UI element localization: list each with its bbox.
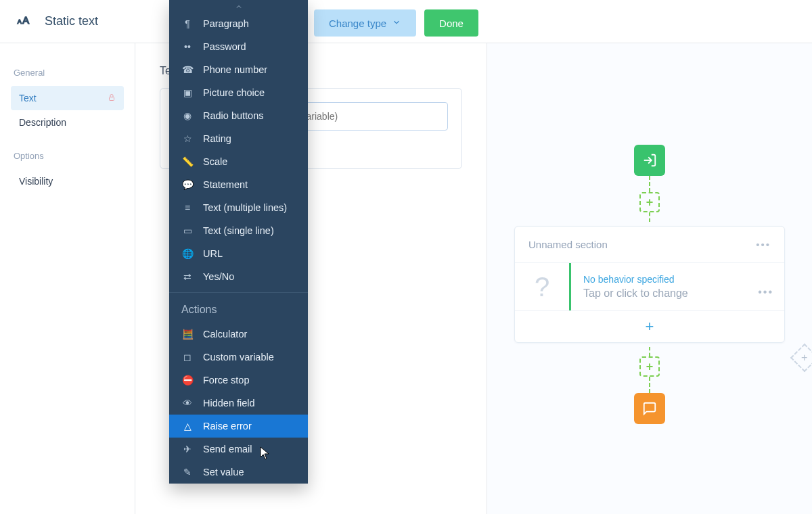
flow-card-body[interactable]: ? No behavior specified Tap or click to … xyxy=(515,263,784,310)
dropdown-item-paragraph[interactable]: ¶Paragraph xyxy=(169,12,308,35)
dropdown-item-raise-error[interactable]: △Raise error xyxy=(169,415,308,438)
dropdown-item-phone-number[interactable]: ☎Phone number xyxy=(169,58,308,81)
dropdown-item-label: Set value xyxy=(203,467,244,477)
dropdown-item-label: Text (single line) xyxy=(203,225,274,236)
flow-section-title: Unnamed section xyxy=(528,239,608,250)
done-label: Done xyxy=(439,18,464,29)
sidebar-item-description[interactable]: Description xyxy=(11,110,124,135)
settings-sidebar: General Text Description Options Visibil… xyxy=(0,43,135,514)
dropdown-item-url[interactable]: 🌐URL xyxy=(169,242,308,265)
singleline-icon: ▭ xyxy=(181,225,194,236)
dropdown-item-custom-variable[interactable]: ◻Custom variable xyxy=(169,346,308,369)
flow-behavior-hint: Tap or click to change xyxy=(583,287,772,300)
dropdown-item-calculator[interactable]: 🧮Calculator xyxy=(169,323,308,346)
dropdown-item-label: Scale xyxy=(203,156,227,167)
sidebar-group-options: Options xyxy=(14,151,121,161)
star-icon: ☆ xyxy=(181,133,194,144)
flow-connector xyxy=(649,212,650,222)
sidebar-item-label: Description xyxy=(19,117,66,128)
stop-icon: ⛔ xyxy=(181,375,194,386)
dropdown-item-statement[interactable]: 💬Statement xyxy=(169,173,308,196)
dropdown-actions-title: Actions xyxy=(169,292,308,323)
flow-connector xyxy=(649,347,650,356)
dropdown-item-hidden-field[interactable]: 👁Hidden field xyxy=(169,392,308,415)
send-icon: ✈ xyxy=(181,444,194,454)
dropdown-item-rating[interactable]: ☆Rating xyxy=(169,127,308,150)
dropdown-item-password[interactable]: ••Password xyxy=(169,35,308,58)
scroll-up-icon[interactable] xyxy=(169,0,308,12)
url-icon: 🌐 xyxy=(181,248,194,259)
flow-connector xyxy=(649,176,650,192)
svg-text:A: A xyxy=(22,14,29,25)
tag-icon: ◻ xyxy=(181,352,194,363)
scale-icon: 📏 xyxy=(181,156,194,167)
lock-icon xyxy=(108,93,116,103)
flow-add-after[interactable]: + xyxy=(639,356,660,377)
dropdown-item-send-email[interactable]: ✈Send email xyxy=(169,438,308,461)
flow-start-node[interactable] xyxy=(634,145,665,176)
header-action-buttons: Change type Done xyxy=(314,9,478,37)
dropdown-item-label: Raise error xyxy=(203,421,252,431)
dropdown-item-label: Text (multiple lines) xyxy=(203,202,287,213)
dropdown-item-text-multiple-lines-[interactable]: ≡Text (multiple lines) xyxy=(169,196,308,219)
svg-text:A: A xyxy=(18,18,22,24)
chevron-down-icon xyxy=(392,18,401,29)
more-icon[interactable]: ••• xyxy=(756,239,771,250)
multiline-icon: ≡ xyxy=(181,202,194,213)
dropdown-item-label: Yes/No xyxy=(203,271,234,282)
change-type-button[interactable]: Change type xyxy=(314,9,416,37)
dropdown-item-picture-choice[interactable]: ▣Picture choice xyxy=(169,81,308,104)
hidden-icon: 👁 xyxy=(181,398,194,408)
password-icon: •• xyxy=(181,41,194,52)
dropdown-item-label: Password xyxy=(203,41,246,52)
flow-card-header[interactable]: Unnamed section ••• xyxy=(515,227,784,263)
dropdown-item-label: Calculator xyxy=(203,329,247,340)
sidebar-item-text[interactable]: Text xyxy=(11,86,124,110)
dropdown-item-label: Phone number xyxy=(203,64,267,75)
flow-add-branch[interactable]: + xyxy=(790,344,812,372)
dropdown-item-label: URL xyxy=(203,248,223,259)
flow-section-card: Unnamed section ••• ? No behavior specif… xyxy=(514,226,785,343)
flow-connector xyxy=(649,377,650,393)
dropdown-item-label: Force stop xyxy=(203,375,250,386)
dropdown-item-force-stop[interactable]: ⛔Force stop xyxy=(169,369,308,392)
dropdown-item-label: Paragraph xyxy=(203,18,249,29)
sidebar-item-label: Text xyxy=(19,93,37,103)
calculator-icon: 🧮 xyxy=(181,329,194,340)
flow-behavior-status: No behavior specified xyxy=(583,274,772,285)
static-text-icon: AA xyxy=(16,13,31,30)
flow-add-inside[interactable]: + xyxy=(515,310,784,342)
yesno-icon: ⇄ xyxy=(181,271,194,282)
dropdown-item-radio-buttons[interactable]: ◉Radio buttons xyxy=(169,104,308,127)
dropdown-item-label: Statement xyxy=(203,179,248,190)
dropdown-item-label: Hidden field xyxy=(203,398,255,408)
statement-icon: 💬 xyxy=(181,179,194,190)
mouse-cursor xyxy=(260,446,271,463)
dropdown-item-set-value[interactable]: ✎Set value xyxy=(169,461,308,484)
dropdown-item-scale[interactable]: 📏Scale xyxy=(169,150,308,173)
dropdown-item-label: Rating xyxy=(203,133,231,144)
warning-icon: △ xyxy=(181,421,194,431)
change-type-dropdown: ¶Paragraph••Password☎Phone number▣Pictur… xyxy=(169,0,308,484)
flow-end-node[interactable] xyxy=(634,393,665,424)
flow-add-before[interactable]: + xyxy=(639,192,660,212)
phone-icon: ☎ xyxy=(181,64,194,75)
more-icon[interactable]: ••• xyxy=(758,286,773,298)
page-title: Static text xyxy=(45,14,98,28)
flow-canvas: + Unnamed section ••• ? No behavior spec… xyxy=(487,43,812,514)
dropdown-item-label: Send email xyxy=(203,444,252,454)
radio-icon: ◉ xyxy=(181,110,194,121)
done-button[interactable]: Done xyxy=(424,9,478,37)
dropdown-item-text-single-line-[interactable]: ▭Text (single line) xyxy=(169,219,308,242)
dropdown-item-label: Radio buttons xyxy=(203,110,263,121)
sidebar-item-label: Visibility xyxy=(19,176,53,187)
dropdown-item-label: Custom variable xyxy=(203,352,274,363)
setvalue-icon: ✎ xyxy=(181,467,194,477)
sidebar-item-visibility[interactable]: Visibility xyxy=(11,169,124,193)
question-icon: ? xyxy=(515,263,569,310)
dropdown-item-label: Picture choice xyxy=(203,87,265,98)
dropdown-item-yes-no[interactable]: ⇄Yes/No xyxy=(169,265,308,288)
sidebar-group-general: General xyxy=(14,68,121,78)
paragraph-icon: ¶ xyxy=(181,18,194,29)
svg-rect-2 xyxy=(110,97,114,100)
